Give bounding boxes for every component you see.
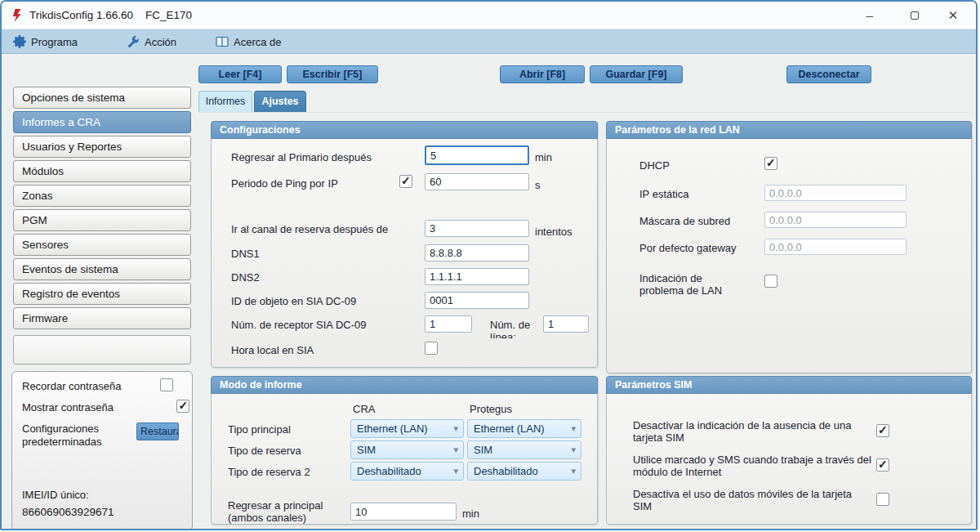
dhcp-label: DHCP [639, 159, 670, 172]
close-button[interactable]: ✕ [937, 2, 969, 29]
tipo-reserva-label: Tipo de reserva [228, 445, 301, 457]
menu-acerca-de-label: Acerca de [234, 36, 282, 48]
group-sim-title: Parámetros SIM [606, 376, 972, 394]
sim-mobile-data-checkbox[interactable] [876, 493, 889, 506]
trikdis-logo-icon [12, 9, 23, 22]
tab-informes[interactable]: Informes [198, 91, 252, 112]
local-time-label: Hora local en SIA [231, 344, 314, 356]
return-primary-unit: min [535, 151, 552, 163]
window-title: TrikdisConfig 1.66.60 [29, 9, 133, 21]
default-config-label: Configuraciones predeterminadas [22, 422, 102, 449]
backup-channel-input[interactable] [425, 220, 529, 237]
gateway-label: Por defecto gateway [639, 242, 737, 254]
line-number-label: Núm. de línea: [490, 319, 541, 338]
local-time-checkbox[interactable] [425, 342, 438, 355]
ping-period-input[interactable] [425, 173, 529, 190]
object-id-input[interactable] [425, 292, 529, 309]
group-parametros-sim: Parámetros SIM Desactivar la indicación … [606, 376, 972, 525]
show-password-checkbox[interactable] [176, 400, 189, 413]
imei-label: IMEI/ID único: [22, 489, 89, 502]
menu-accion[interactable]: Acción [127, 29, 176, 54]
dns1-input[interactable] [425, 244, 529, 262]
wrench-icon [127, 36, 140, 48]
write-button[interactable]: Escribir [F5] [287, 65, 378, 83]
dhcp-checkbox[interactable] [764, 157, 777, 170]
gateway-input[interactable] [764, 239, 906, 255]
sim-dial-sms-checkbox[interactable] [876, 458, 889, 472]
sim-dial-sms-label: Utilice marcado y SMS cuando trabaje a t… [633, 454, 871, 478]
column-cra: CRA [353, 403, 375, 415]
return-primary-label: Regresar al Primario después [231, 151, 372, 163]
sidebar-item-zonas[interactable]: Zonas [13, 185, 191, 207]
subnet-mask-input[interactable] [764, 212, 906, 228]
dns2-input[interactable] [425, 268, 529, 285]
restore-defaults-button[interactable]: Restaurar [136, 422, 179, 440]
remember-password-checkbox[interactable] [160, 378, 173, 391]
gear-icon [13, 35, 26, 48]
sim-absence-checkbox[interactable] [876, 424, 889, 437]
group-modo-de-informe: Modo de informe CRA Protegus Tipo princi… [211, 376, 598, 525]
tipo-principal-protegus-select[interactable]: Ethernet (LAN) [467, 419, 581, 438]
tipo-reserva2-cra-select[interactable]: Deshabilitado [350, 462, 464, 481]
backup-channel-unit: intentos [535, 226, 572, 238]
ping-period-unit: s [535, 179, 541, 191]
return-main-input[interactable] [350, 503, 457, 521]
maximize-icon [911, 11, 919, 20]
menu-programa-label: Programa [31, 36, 78, 48]
return-main-label: Regresar a principal (ambos canales) [228, 499, 323, 524]
sidebar-item-registro-de-eventos[interactable]: Registro de eventos [13, 283, 191, 305]
menu-acerca-de[interactable]: Acerca de [216, 29, 282, 54]
return-primary-input[interactable] [425, 145, 529, 165]
receiver-number-label: Núm. de receptor SIA DC-09 [231, 319, 366, 331]
menu-bar: Programa Acción Acerca de [2, 29, 976, 54]
read-button[interactable]: Leer [F4] [198, 65, 282, 83]
password-panel: Recordar contraseña Mostrar contraseña C… [11, 371, 193, 530]
tipo-reserva2-label: Tipo de reserva 2 [228, 466, 310, 478]
sidebar-item-opciones-de-sistema[interactable]: Opciones de sistema [13, 87, 191, 109]
tab-ajustes[interactable]: Ajustes [254, 91, 306, 112]
tipo-reserva-protegus-select[interactable]: SIM [467, 440, 581, 459]
sidebar-item-sensores[interactable]: Sensores [13, 234, 191, 256]
backup-channel-label: Ir al canal de reserva después de [231, 223, 388, 235]
remember-password-label: Recordar contraseña [22, 380, 121, 393]
lan-trouble-label: Indicación de problema de LAN [639, 272, 722, 297]
object-id-label: ID de objeto en SIA DC-09 [231, 295, 356, 307]
tipo-reserva-cra-select[interactable]: SIM [350, 440, 464, 459]
device-name: FC_E170 [145, 9, 192, 21]
sidebar-item-eventos-de-sistema[interactable]: Eventos de sistema [13, 258, 191, 280]
group-modo-title: Modo de informe [211, 376, 598, 394]
save-button[interactable]: Guardar [F9] [590, 65, 683, 83]
menu-accion-label: Acción [145, 36, 176, 48]
sidebar-item-informes-a-cra[interactable]: Informes a CRA [13, 111, 191, 133]
group-lan: Parámetros de la red LAN DHCP IP estátic… [606, 121, 972, 373]
imei-value: 866069063929671 [22, 506, 114, 519]
sidebar-item-pgm[interactable]: PGM [13, 209, 191, 231]
return-main-unit: min [462, 507, 479, 520]
ping-period-checkbox[interactable] [399, 175, 412, 188]
column-protegus: Protegus [470, 403, 512, 415]
group-configuraciones: Configuraciones Regresar al Primario des… [211, 121, 598, 368]
open-button[interactable]: Abrir [F8] [500, 65, 585, 83]
sim-absence-label: Desactivar la indicación de la ausencia … [633, 419, 871, 444]
tipo-principal-cra-select[interactable]: Ethernet (LAN) [350, 419, 464, 438]
static-ip-label: IP estática [639, 188, 688, 200]
sidebar-item-firmware[interactable]: Firmware [13, 307, 191, 329]
maximize-button[interactable] [898, 2, 931, 29]
static-ip-input[interactable] [764, 185, 906, 201]
disconnect-button[interactable]: Desconectar [786, 65, 871, 83]
sidebar-empty-box [13, 335, 191, 364]
group-lan-title: Parámetros de la red LAN [606, 121, 972, 139]
line-number-input[interactable] [543, 315, 589, 333]
minimize-button[interactable]: – [853, 2, 886, 29]
sidebar-item-modulos[interactable]: Módulos [13, 160, 191, 182]
tipo-reserva2-protegus-select[interactable]: Deshabilitado [467, 462, 581, 481]
dns2-label: DNS2 [231, 271, 260, 284]
receiver-number-input[interactable] [425, 315, 472, 333]
sidebar-item-usuarios-y-reportes[interactable]: Usuarios y Reportes [13, 136, 191, 158]
menu-programa[interactable]: Programa [13, 29, 78, 54]
group-configuraciones-title: Configuraciones [211, 121, 598, 139]
app-window: TrikdisConfig 1.66.60 FC_E170 – ✕ Progra… [0, 0, 978, 530]
title-bar: TrikdisConfig 1.66.60 FC_E170 – ✕ [2, 2, 976, 29]
lan-trouble-checkbox[interactable] [764, 275, 777, 288]
sim-mobile-data-label: Desactiva el uso de datos móviles de la … [633, 488, 871, 512]
